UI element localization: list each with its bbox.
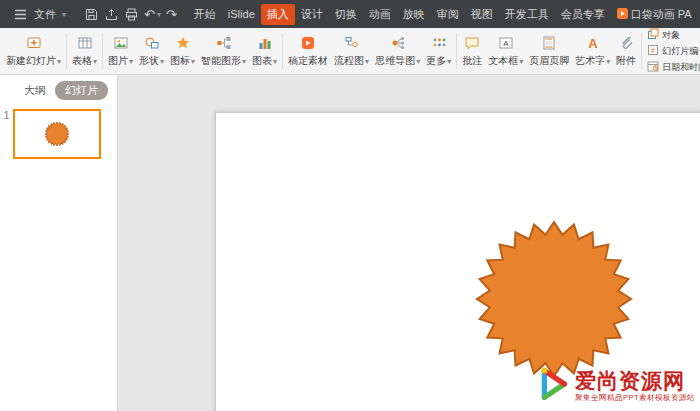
flowchart-button[interactable]: 流程图	[331, 29, 372, 73]
panel-tab-outline[interactable]: 大纲	[24, 83, 46, 98]
more-icon	[431, 34, 447, 51]
attachment-button[interactable]: 附件	[613, 29, 639, 73]
comment-icon	[464, 34, 480, 51]
new-slide-icon	[26, 34, 42, 51]
ribbon-divider	[641, 33, 642, 69]
tab-home[interactable]: 开始	[188, 4, 222, 25]
wordart-icon: A	[585, 34, 601, 51]
tab-member[interactable]: 会员专享	[555, 4, 611, 25]
file-menu-button[interactable]: 文件	[6, 3, 70, 25]
object-icon	[647, 28, 659, 42]
svg-text:A: A	[588, 36, 598, 51]
tab-developer[interactable]: 开发工具	[499, 4, 555, 25]
ribbon-divider	[282, 33, 283, 69]
svg-text:A: A	[503, 39, 509, 48]
main-area: 大纲 幻灯片 1	[0, 75, 700, 411]
pocket-anim-icon	[617, 8, 628, 21]
ribbon-divider	[456, 33, 457, 69]
slide-number-label: 1	[0, 109, 13, 121]
watermark-subtitle: 聚集全网精品PPT素材模板资源站	[575, 393, 695, 403]
icon-library-icon	[175, 34, 191, 51]
slide-number-button[interactable]: # 幻灯片编号	[645, 44, 700, 58]
panel-tab-slides[interactable]: 幻灯片	[55, 81, 108, 100]
slide-panel: 大纲 幻灯片 1	[0, 75, 118, 411]
comment-button[interactable]: 批注	[459, 29, 485, 73]
redo-icon[interactable]: ↷	[166, 5, 177, 23]
tab-insert[interactable]: 插入	[261, 4, 295, 25]
datetime-button[interactable]: 日期和时间	[645, 60, 700, 74]
picture-button[interactable]: 图片	[105, 29, 136, 73]
tab-design[interactable]: 设计	[295, 4, 329, 25]
table-button[interactable]: 表格	[69, 29, 100, 73]
smartart-button[interactable]: 智能图形	[198, 29, 249, 73]
wordart-button[interactable]: A 艺术字	[572, 29, 613, 73]
picture-icon	[113, 34, 129, 51]
ribbon-divider	[66, 33, 67, 69]
new-slide-button[interactable]: 新建幻灯片	[3, 29, 64, 73]
svg-text:#: #	[651, 47, 655, 54]
topbar: 文件 ↶ ↷ 开始 iSlide 插入 设计 切换 动画 放映 审阅 视图 开发…	[0, 0, 700, 28]
table-icon	[77, 34, 93, 51]
export-icon[interactable]	[104, 5, 119, 23]
mindmap-button[interactable]: 思维导图	[372, 29, 423, 73]
save-icon[interactable]	[84, 5, 99, 23]
watermark-logo-icon	[533, 364, 571, 408]
tab-animation[interactable]: 动画	[363, 4, 397, 25]
tab-transition[interactable]: 切换	[329, 4, 363, 25]
watermark-title: 爱尚资源网	[575, 369, 695, 392]
shapes-icon	[144, 34, 160, 51]
textbox-icon: A	[498, 34, 514, 51]
menu-tabs: 开始 iSlide 插入 设计 切换 动画 放映 审阅 视图 开发工具 会员专享…	[188, 4, 698, 25]
object-button[interactable]: 对象	[645, 28, 700, 42]
tab-pocket-animation[interactable]: 口袋动画 PA	[611, 4, 698, 25]
header-footer-button[interactable]: 页眉页脚	[526, 29, 572, 73]
flowchart-icon	[344, 34, 360, 51]
chart-button[interactable]: 图表	[249, 29, 280, 73]
attachment-icon	[618, 34, 634, 51]
tab-view[interactable]: 视图	[465, 4, 499, 25]
tab-review[interactable]: 审阅	[431, 4, 465, 25]
icon-library-button[interactable]: 图标	[167, 29, 198, 73]
gaoding-material-button[interactable]: 稿定素材	[285, 29, 331, 73]
file-menu-label: 文件	[34, 7, 56, 22]
ribbon-insert: 新建幻灯片 表格 图片 形状 图标 智能图形 图表	[0, 28, 700, 75]
tab-islide[interactable]: iSlide	[222, 5, 261, 23]
more-button[interactable]: 更多	[423, 29, 454, 73]
hamburger-icon	[10, 5, 30, 23]
starburst-shape[interactable]	[475, 220, 633, 378]
gaoding-icon	[300, 34, 316, 51]
ribbon-divider	[102, 33, 103, 69]
watermark: 爱尚资源网 聚集全网精品PPT素材模板资源站	[533, 364, 695, 408]
textbox-button[interactable]: A 文本框	[485, 29, 526, 73]
undo-icon[interactable]: ↶	[144, 5, 161, 23]
slide-thumbnail-1[interactable]	[13, 109, 101, 159]
chart-icon	[257, 34, 273, 51]
editing-canvas	[118, 75, 700, 411]
print-icon[interactable]	[124, 5, 139, 23]
slide-thumbnail-row[interactable]: 1	[0, 109, 117, 159]
mindmap-icon	[390, 34, 406, 51]
smartart-icon	[216, 34, 232, 51]
datetime-icon	[647, 60, 659, 74]
shapes-button[interactable]: 形状	[136, 29, 167, 73]
panel-tabs: 大纲 幻灯片	[0, 75, 117, 105]
ribbon-stack-group: 对象 # 幻灯片编号 日期和时间	[645, 29, 700, 73]
slide-number-icon: #	[647, 44, 659, 58]
header-footer-icon	[541, 34, 557, 51]
thumbnail-star-shape	[44, 121, 70, 147]
tab-slideshow[interactable]: 放映	[397, 4, 431, 25]
